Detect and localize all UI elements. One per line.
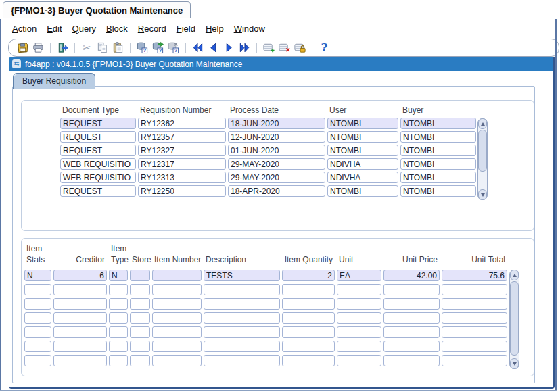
cell-process-date[interactable]: 12-JUN-2020 (228, 131, 325, 143)
cell-type[interactable] (109, 284, 128, 295)
cell-unit-price[interactable] (383, 298, 440, 310)
first-record-icon[interactable] (190, 41, 206, 55)
cell-requisition-number[interactable]: RY12313 (138, 172, 226, 183)
cell-item-number[interactable] (152, 326, 202, 338)
scroll-thumb[interactable] (510, 281, 519, 356)
menu-window[interactable]: Window (234, 24, 265, 36)
menu-block[interactable]: Block (106, 24, 128, 36)
menu-edit[interactable]: Edit (47, 24, 62, 36)
cell-buyer[interactable]: NTOMBI (400, 131, 476, 143)
cell-item-number[interactable] (152, 355, 202, 366)
cell-stats[interactable] (24, 284, 51, 295)
cell-item-number[interactable] (152, 312, 202, 324)
save-icon[interactable] (15, 41, 30, 55)
window-tab[interactable]: {FPMO1-3} Buyer Quotation Maintenance (3, 1, 191, 18)
print-icon[interactable] (30, 41, 46, 55)
cell-unit-price[interactable]: 42.00 (383, 270, 440, 281)
menu-help[interactable]: Help (206, 24, 224, 36)
cell-store[interactable] (130, 298, 150, 310)
cell-unit-total[interactable] (442, 284, 507, 295)
cell-item-quantity[interactable] (282, 341, 335, 352)
cell-item-quantity[interactable]: 2 (282, 270, 335, 281)
cell-unit-total[interactable] (442, 355, 507, 366)
cell-requisition-number[interactable]: RY12327 (138, 145, 226, 156)
cell-unit-price[interactable] (383, 326, 440, 338)
cell-document-type[interactable]: WEB REQUISITIO (60, 158, 136, 170)
cell-store[interactable] (130, 341, 150, 352)
cell-item-quantity[interactable] (282, 312, 335, 324)
cell-user[interactable]: NDIVHA (327, 158, 398, 170)
cell-type[interactable] (109, 298, 128, 310)
cell-creditor[interactable] (53, 284, 107, 295)
cell-buyer[interactable]: NTOMBI (400, 145, 476, 156)
cell-description[interactable] (204, 326, 280, 338)
cell-description[interactable] (204, 298, 280, 310)
cell-unit-total[interactable]: 75.6 (442, 270, 507, 281)
cell-type[interactable] (109, 341, 128, 352)
cell-document-type[interactable]: REQUEST (60, 131, 136, 143)
cell-user[interactable]: NDIVHA (327, 172, 398, 183)
cell-type[interactable] (109, 355, 128, 366)
scroll-up-button[interactable] (478, 118, 487, 129)
cell-store[interactable] (130, 270, 150, 281)
cell-unit[interactable]: EA (337, 270, 381, 281)
cell-creditor[interactable] (53, 298, 107, 310)
cell-unit[interactable] (337, 341, 381, 352)
execute-query-icon[interactable]: ? (150, 41, 166, 55)
cell-stats[interactable]: N (24, 270, 51, 281)
cell-type[interactable] (109, 326, 128, 338)
enter-query-icon[interactable]: ? (135, 41, 150, 55)
cell-stats[interactable] (24, 326, 51, 338)
menu-field[interactable]: Field (177, 24, 195, 36)
cell-stats[interactable] (24, 298, 51, 310)
copy-icon[interactable] (95, 41, 110, 55)
cell-item-number[interactable] (152, 298, 202, 310)
window-titlebar[interactable]: ⇆ fo4app : v04.1.0.5 {FPMO1-3} Buyer Quo… (9, 57, 553, 71)
cell-process-date[interactable]: 18-APR-2020 (228, 185, 325, 197)
cell-unit[interactable] (337, 284, 381, 295)
cell-document-type[interactable]: WEB REQUISITIO (60, 172, 136, 183)
cell-process-date[interactable]: 18-JUN-2020 (228, 118, 325, 129)
cell-creditor[interactable]: 6 (53, 270, 107, 281)
cell-unit[interactable] (337, 298, 381, 310)
cell-store[interactable] (130, 312, 150, 324)
cell-item-number[interactable] (152, 270, 202, 281)
menu-record[interactable]: Record (138, 24, 166, 36)
requisitions-scrollbar[interactable] (477, 118, 488, 200)
cell-type[interactable]: N (109, 270, 128, 281)
cell-unit-price[interactable] (383, 312, 440, 324)
cell-unit-total[interactable] (442, 326, 507, 338)
cell-user[interactable]: NTOMBI (327, 131, 398, 143)
cell-requisition-number[interactable]: RY12357 (138, 131, 226, 143)
cell-description[interactable] (204, 341, 280, 352)
cell-stats[interactable] (24, 312, 51, 324)
cancel-query-icon[interactable]: ? (166, 41, 181, 55)
cell-item-quantity[interactable] (282, 355, 335, 366)
delete-record-icon[interactable] (277, 41, 292, 55)
cell-buyer[interactable]: NTOMBI (400, 158, 476, 170)
help-icon[interactable]: ? (317, 41, 332, 55)
last-record-icon[interactable] (237, 41, 252, 55)
cell-buyer[interactable]: NTOMBI (400, 172, 476, 183)
previous-record-icon[interactable] (206, 41, 221, 55)
cell-process-date[interactable]: 29-MAY-2020 (228, 172, 325, 183)
cell-requisition-number[interactable]: RY12362 (138, 118, 226, 129)
insert-record-icon[interactable] (261, 41, 277, 55)
cell-creditor[interactable] (53, 326, 107, 338)
scroll-down-button[interactable] (478, 189, 487, 200)
cell-unit-total[interactable] (442, 312, 507, 324)
cell-user[interactable]: NTOMBI (327, 145, 398, 156)
lock-record-icon[interactable] (292, 41, 308, 55)
menu-query[interactable]: Query (72, 24, 96, 36)
cell-unit[interactable] (337, 355, 381, 366)
cell-description[interactable] (204, 312, 280, 324)
cell-buyer[interactable]: NTOMBI (400, 185, 476, 197)
paste-icon[interactable] (110, 41, 126, 55)
cell-store[interactable] (130, 355, 150, 366)
cell-process-date[interactable]: 29-MAY-2020 (228, 158, 325, 170)
menu-action[interactable]: Action (12, 24, 37, 36)
cell-creditor[interactable] (53, 355, 107, 366)
cell-document-type[interactable]: REQUEST (60, 145, 136, 156)
cell-document-type[interactable]: REQUEST (60, 185, 136, 197)
exit-icon[interactable] (55, 41, 70, 55)
